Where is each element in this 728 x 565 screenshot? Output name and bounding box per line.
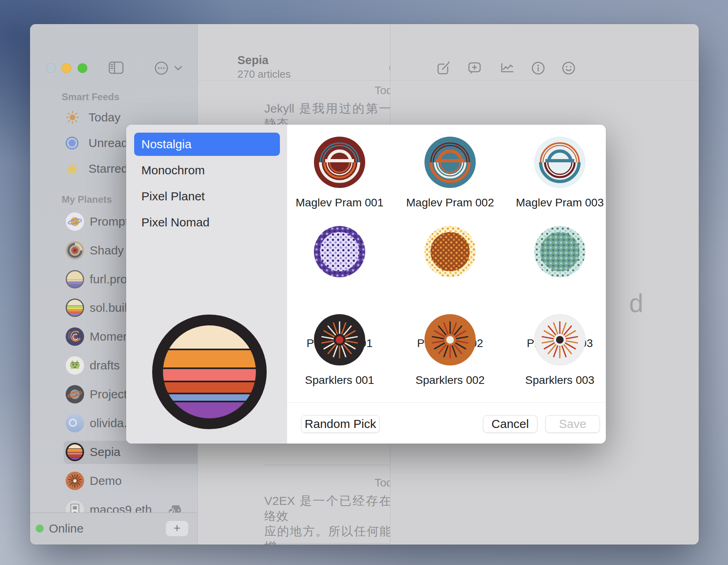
- avatar-preview: [152, 315, 267, 429]
- planet-avatar-sol-build: [66, 299, 84, 317]
- sparklers-001-icon: [314, 314, 365, 365]
- category-nostalgia[interactable]: Nostalgia: [134, 133, 280, 156]
- avatar-cell-sparklers-003[interactable]: Sparklers 003: [504, 311, 606, 387]
- planet-avatar-olivida: [66, 414, 84, 432]
- avatar-label: Sparklers 003: [504, 373, 606, 387]
- section-smart-feeds: Smart Feeds: [62, 91, 119, 103]
- planet-avatar-project-planet: [66, 385, 84, 404]
- online-status-label: Online: [49, 522, 84, 535]
- avatar-label: Maglev Pram 003: [504, 196, 606, 210]
- maglev-pram-003-icon: [534, 137, 585, 188]
- analytics-chart-icon[interactable]: [499, 60, 515, 76]
- planet-avatar-moments: [66, 327, 84, 346]
- minimize-button[interactable]: [62, 63, 71, 73]
- sidebar-item-sepia[interactable]: Sepia: [90, 445, 121, 459]
- pingfeng-003-icon: [534, 226, 585, 277]
- sidebar-item-unread[interactable]: Unread: [88, 136, 128, 150]
- sidebar-item-furl-pro[interactable]: furl.pro: [90, 272, 127, 286]
- category-pixel-nomad[interactable]: Pixel Nomad: [134, 211, 280, 234]
- star-icon: [65, 161, 79, 176]
- close-button[interactable]: [46, 63, 56, 73]
- sidebar-item-demo[interactable]: Demo: [90, 474, 122, 488]
- unread-circle-icon: [66, 137, 78, 149]
- planet-avatar-drafts: [66, 356, 84, 375]
- article-summary: V2EX 是一个已经存在网络效 应的地方。所以任何能够增…: [264, 493, 404, 545]
- sidebar-item-drafts[interactable]: drafts: [90, 359, 120, 372]
- article-date: Today: [264, 476, 404, 489]
- category-monochrom[interactable]: Monochrom: [134, 159, 280, 182]
- avatar-cell-maglev-pram-002[interactable]: Maglev Pram 002: [394, 133, 506, 210]
- avatar-label: Sparklers 001: [284, 373, 396, 387]
- toolbar-divider: [197, 80, 699, 81]
- category-pixel-planet[interactable]: Pixel Planet: [134, 185, 280, 208]
- sidebar-item-starred[interactable]: Starred: [88, 162, 128, 176]
- avatar-label: Maglev Pram 002: [394, 196, 506, 210]
- desktop: Smart Feeds Today Unread 929: [0, 0, 728, 565]
- planet-avatar-furl-pro: [66, 270, 84, 289]
- feed-article-count: 270 articles: [237, 68, 291, 81]
- sun-icon: [66, 111, 79, 124]
- more-menu-button[interactable]: [154, 61, 186, 75]
- planet-avatar-sepia: [66, 443, 84, 461]
- detail-partial-text: d: [629, 289, 644, 318]
- section-my-planets: My Planets: [62, 194, 112, 205]
- maglev-pram-002-icon: [424, 137, 476, 188]
- sidebar-item-today[interactable]: Today: [88, 111, 121, 124]
- avatar-label: Sparklers 002: [394, 373, 506, 387]
- pingfeng-002-icon: [424, 226, 476, 277]
- cancel-button[interactable]: Cancel: [483, 415, 537, 433]
- sparklers-003-icon: [534, 314, 585, 365]
- avatar-label: Maglev Pram 001: [284, 196, 396, 210]
- article-row[interactable]: Today V2EX 是一个已经存在网络效 应的地方。所以任何能够增…: [264, 476, 404, 545]
- sparklers-002-icon: [424, 314, 476, 365]
- save-button[interactable]: Save: [545, 415, 600, 433]
- random-pick-button[interactable]: Random Pick: [301, 415, 380, 433]
- avatar-picker-dialog: Nostalgia Monochrom Pixel Planet Pixel N…: [126, 125, 606, 444]
- smiley-icon[interactable]: [561, 60, 577, 76]
- list-divider: [264, 465, 407, 465]
- avatar-cell-sparklers-001[interactable]: Sparklers 001: [284, 311, 396, 387]
- planet-avatar-shady-canyon: [66, 241, 84, 260]
- chevron-down-icon: [175, 67, 181, 70]
- online-status-dot: [36, 525, 44, 533]
- info-icon[interactable]: [530, 60, 546, 76]
- comment-plus-icon[interactable]: [467, 60, 483, 76]
- avatar-cell-maglev-pram-001[interactable]: Maglev Pram 001: [284, 133, 396, 210]
- avatar-cell-maglev-pram-003[interactable]: Maglev Pram 003: [504, 133, 606, 210]
- article-date: Today: [264, 84, 404, 97]
- avatar-preview-sunset: [163, 325, 256, 418]
- list-divider: [264, 543, 407, 544]
- planet-avatar-demo: [66, 472, 84, 490]
- planet-avatar-prompts: [66, 212, 84, 231]
- toggle-sidebar-icon[interactable]: [108, 60, 124, 75]
- feed-title: Sepia: [237, 54, 268, 67]
- compose-icon[interactable]: [435, 60, 451, 76]
- category-list: Nostalgia Monochrom Pixel Planet Pixel N…: [126, 133, 287, 237]
- pingfeng-001-icon: [314, 226, 365, 277]
- zoom-button[interactable]: [78, 63, 87, 73]
- sidebar-footer: Online +: [30, 513, 197, 545]
- avatar-cell-sparklers-002[interactable]: Sparklers 002: [394, 311, 506, 387]
- maglev-pram-001-icon: [314, 137, 365, 188]
- picker-footer-divider: [287, 402, 606, 403]
- picker-category-panel: Nostalgia Monochrom Pixel Planet Pixel N…: [126, 125, 287, 444]
- add-planet-button[interactable]: +: [166, 521, 188, 536]
